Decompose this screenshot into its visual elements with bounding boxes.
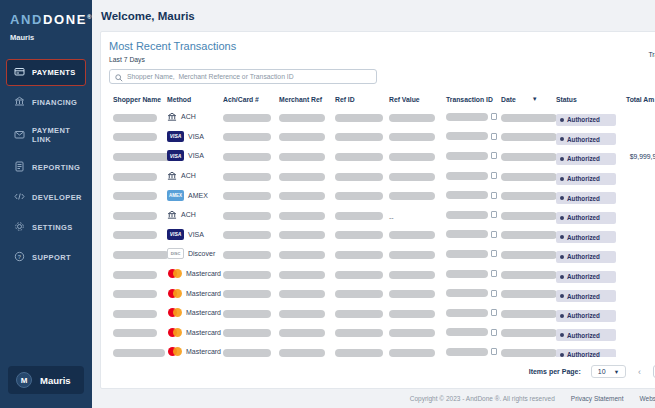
copy-icon[interactable] xyxy=(491,348,497,355)
table-row[interactable]: ACH -- Authorized xyxy=(109,205,655,225)
ref-id-placeholder xyxy=(335,231,383,239)
status-dot-icon xyxy=(560,137,564,141)
status-badge: Authorized xyxy=(556,231,616,243)
col-status: Status xyxy=(556,96,626,103)
table-row[interactable]: Mastercard Authorized $ xyxy=(109,323,655,343)
sidebar-item-payments[interactable]: PAYMENTS xyxy=(6,59,86,86)
col-shopper-name: Shopper Name xyxy=(113,96,167,103)
status-dot-icon xyxy=(560,196,564,200)
transaction-id-placeholder xyxy=(446,132,488,140)
date-placeholder xyxy=(501,173,557,181)
ach-card-placeholder xyxy=(223,310,271,318)
status-dot-icon xyxy=(560,294,564,298)
table-row[interactable]: VISAVISA Authorized xyxy=(109,225,655,245)
sidebar-item-label: SUPPORT xyxy=(32,253,71,262)
items-per-page-select[interactable]: 10▼ xyxy=(591,365,626,378)
ach-card-placeholder xyxy=(223,212,271,220)
merchant-ref-placeholder xyxy=(279,231,325,239)
sidebar-item-developer[interactable]: DEVELOPER xyxy=(6,184,86,211)
ach-bank-icon xyxy=(167,112,177,122)
copy-icon[interactable] xyxy=(491,329,497,336)
sidebar-item-payment-link[interactable]: PAYMENT LINK xyxy=(6,119,86,151)
copy-icon[interactable] xyxy=(491,152,497,159)
total-amount: $ xyxy=(626,166,655,186)
table-row[interactable]: Mastercard Authorized xyxy=(109,264,655,284)
sidebar-item-reporting[interactable]: REPORTING xyxy=(6,154,86,181)
table-row[interactable]: Mastercard Authorized $ xyxy=(109,303,655,323)
copy-icon[interactable] xyxy=(491,250,497,257)
sidebar-item-financing[interactable]: FINANCING xyxy=(6,89,86,116)
total-amount: $ xyxy=(626,283,655,303)
copyright-text: Copyright © 2023 - AndDone ®. All rights… xyxy=(410,395,555,402)
prev-page-button[interactable]: ‹ xyxy=(636,367,643,377)
sidebar-item-label: SETTINGS xyxy=(32,223,73,232)
status-label: Authorized xyxy=(567,253,600,260)
sidebar-item-label: DEVELOPER xyxy=(32,193,82,202)
copy-icon[interactable] xyxy=(491,231,497,238)
transaction-id-placeholder xyxy=(446,152,488,160)
status-badge: Authorized xyxy=(556,349,616,357)
ref-id-placeholder xyxy=(335,212,383,220)
date-placeholder xyxy=(501,349,557,357)
status-badge: Authorized xyxy=(556,153,616,165)
reporting-icon xyxy=(14,161,25,174)
copy-icon[interactable] xyxy=(491,211,497,218)
payment-method-label: ACH xyxy=(181,113,196,120)
panel-subtitle: Last 7 Days xyxy=(109,56,655,63)
anddone-logo: ANDDONE® xyxy=(0,0,92,27)
merchant-ref-placeholder xyxy=(279,290,325,298)
status-label: Authorized xyxy=(567,155,600,162)
ach-card-placeholder xyxy=(223,290,271,298)
pagination: Items per Page: 10▼ ‹ 1 5 › xyxy=(109,357,655,384)
status-badge: Authorized xyxy=(556,173,616,185)
ref-value-placeholder xyxy=(389,271,435,279)
date-placeholder xyxy=(501,192,557,200)
date-sort-icon[interactable]: ▼ xyxy=(532,96,538,102)
sidebar-nav: PAYMENTS FINANCING PAYMENT LINK REPORTIN… xyxy=(0,56,92,274)
status-label: Authorized xyxy=(567,136,600,143)
ref-id-placeholder xyxy=(335,290,383,298)
merchant-ref-placeholder xyxy=(279,133,325,141)
copy-icon[interactable] xyxy=(491,192,497,199)
copy-icon[interactable] xyxy=(491,270,497,277)
table-row[interactable]: ACH Authorized xyxy=(109,107,655,127)
table-row[interactable]: Mastercard Authorized $ xyxy=(109,283,655,303)
user-profile-button[interactable]: M Mauris xyxy=(8,366,84,394)
payments-icon xyxy=(14,66,25,79)
mastercard-icon xyxy=(167,327,182,338)
sidebar-item-support[interactable]: ? SUPPORT xyxy=(6,244,86,271)
ref-value-placeholder xyxy=(389,231,435,239)
copy-icon[interactable] xyxy=(491,133,497,140)
table-row[interactable]: DISCDiscover Authorized $ xyxy=(109,244,655,264)
copy-icon[interactable] xyxy=(491,172,497,179)
ref-value-placeholder xyxy=(389,153,435,161)
date-placeholder xyxy=(501,114,557,122)
table-row[interactable]: VISAVISA Authorized $9,999,99 xyxy=(109,146,655,166)
total-amount: $ xyxy=(626,127,655,147)
copy-icon[interactable] xyxy=(491,309,497,316)
sidebar-item-settings[interactable]: SETTINGS xyxy=(6,214,86,241)
table-row[interactable]: VISAVISA Authorized $ xyxy=(109,127,655,147)
transactions-table: Shopper Name Method Ach/Card # Merchant … xyxy=(109,91,655,357)
date-placeholder xyxy=(501,271,557,279)
copy-icon[interactable] xyxy=(491,113,497,120)
date-placeholder xyxy=(501,212,557,220)
privacy-statement-link[interactable]: Privacy Statement xyxy=(571,395,624,402)
ref-value-placeholder xyxy=(389,192,435,200)
status-dot-icon xyxy=(560,216,564,220)
ref-value-placeholder xyxy=(389,310,435,318)
shopper-name-placeholder xyxy=(113,290,157,298)
col-merchant-ref: Merchant Ref xyxy=(279,96,335,103)
col-method: Method xyxy=(167,96,223,103)
terms-of-service-link[interactable]: Website Terms of Service xyxy=(640,395,655,402)
copy-icon[interactable] xyxy=(491,290,497,297)
status-badge: Authorized xyxy=(556,290,616,302)
table-row[interactable]: ACH Authorized $ xyxy=(109,166,655,186)
search-input[interactable] xyxy=(127,73,371,80)
table-row[interactable]: AMEXAMEX Authorized $ xyxy=(109,185,655,205)
table-row[interactable]: Mastercard Authorized $ xyxy=(109,342,655,357)
ref-id-placeholder xyxy=(335,192,383,200)
status-badge: Authorized xyxy=(556,212,616,224)
payment-method-label: VISA xyxy=(188,231,204,238)
status-dot-icon xyxy=(560,255,564,259)
